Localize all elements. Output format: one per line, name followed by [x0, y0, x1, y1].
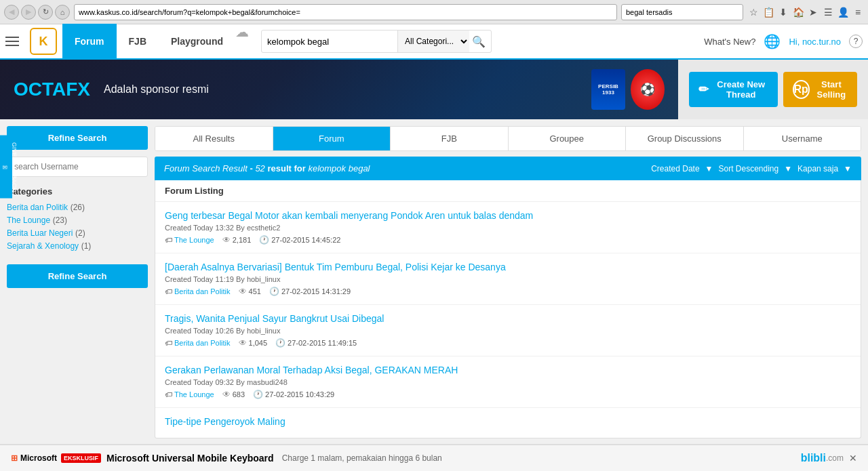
- browser-search-input[interactable]: [621, 4, 743, 20]
- tag-icon-4: 🏷 The Lounge: [165, 390, 214, 398]
- user-greeting: Hi, noc.tur.no: [789, 37, 841, 47]
- refine-search-bottom-button[interactable]: Refine Search: [7, 264, 148, 288]
- forum-listing-area: Forum Listing Geng terbesar Begal Motor …: [155, 180, 861, 438]
- banner-area: OCTAFX Adalah sponsor resmi PERSIB1933 ⚽…: [0, 60, 868, 119]
- list-item: Sejarah & Xenology (1): [7, 241, 148, 251]
- thread-meta-4: Created Today 09:32 By masbudi248: [165, 378, 851, 386]
- table-row: [Daerah Asalnya Bervariasi] Bentuk Tim P…: [155, 253, 861, 305]
- refine-search-top-button[interactable]: Refine Search: [7, 126, 148, 150]
- persib-area: PERSIB1933 ⚽: [591, 69, 665, 110]
- thread-tags-2: 🏷 Berita dan Politik 👁 451 🕐 27-02-2015 …: [165, 287, 851, 296]
- thread-tags-4: 🏷 The Lounge 👁 683 🕐 27-02-2015 10:43:29: [165, 390, 851, 399]
- count-lounge: (23): [53, 216, 67, 225]
- tag-category-4[interactable]: The Lounge: [174, 390, 214, 398]
- category-berita-politik[interactable]: Berita dan Politik: [7, 203, 68, 212]
- tab-groupee[interactable]: Groupee: [509, 127, 627, 150]
- rp-icon: Rp: [793, 80, 810, 99]
- table-row: Geng terbesar Begal Motor akan kembali m…: [155, 202, 861, 253]
- blibli-suffix: .com: [826, 453, 844, 458]
- octafx-banner[interactable]: OCTAFX Adalah sponsor resmi PERSIB1933 ⚽: [0, 60, 678, 119]
- home-button[interactable]: ⌂: [55, 5, 70, 20]
- menu-icon[interactable]: ≡: [852, 6, 864, 18]
- clock-icon: 🕐: [275, 338, 285, 348]
- tag-icon-3: 🏷 Berita dan Politik: [165, 339, 231, 347]
- address-bar[interactable]: [74, 4, 617, 20]
- kaskus-logo[interactable]: K: [30, 28, 57, 55]
- bottom-banner: ⊞ Microsoft EKSKLUSIF Microsoft Universa…: [0, 444, 868, 458]
- thread-title-5[interactable]: Tipe-tipe Pengeroyok Maling: [165, 416, 851, 427]
- bookmark-icon[interactable]: ☆: [747, 6, 760, 18]
- thread-title-2[interactable]: [Daerah Asalnya Bervariasi] Bentuk Tim P…: [165, 262, 851, 272]
- ms-windows-icon: ⊞: [11, 453, 18, 458]
- thread-meta-3: Created Today 10:26 By hobi_linux: [165, 327, 851, 335]
- thread-meta-1: Created Today 13:32 By ecsthetic2: [165, 224, 851, 232]
- nav-forum[interactable]: Forum: [62, 24, 117, 59]
- sidebar-username-search[interactable]: [7, 157, 148, 177]
- eye-icon: 👁: [222, 390, 231, 399]
- create-thread-button[interactable]: ✏ Create New Thread: [689, 72, 778, 107]
- settings-icon[interactable]: ☰: [822, 6, 834, 18]
- list-item: The Lounge (23): [7, 215, 148, 225]
- date-1: 🕐 27-02-2015 14:45:22: [259, 235, 340, 245]
- table-row: Gerakan Perlawanan Moral Terhadap Aksi B…: [155, 356, 861, 408]
- thread-title-3[interactable]: Tragis, Wanita Penjual Sayur Bangkrut Us…: [165, 313, 851, 324]
- category-sejarah[interactable]: Sejarah & Xenology: [7, 241, 79, 251]
- tab-username[interactable]: Username: [744, 127, 861, 150]
- category-lounge[interactable]: The Lounge: [7, 216, 50, 225]
- octafx-logo: OCTAFX: [14, 79, 90, 100]
- views-1: 👁 2,181: [222, 235, 252, 245]
- thread-tags-3: 🏷 Berita dan Politik 👁 1,045 🕐 27-02-201…: [165, 338, 851, 348]
- count-sejarah: (1): [81, 241, 92, 251]
- thread-tags-1: 🏷 The Lounge 👁 2,181 🕐 27-02-2015 14:45:…: [165, 235, 851, 245]
- top-nav: K Forum FJB Playground ☁ All Categori...…: [0, 24, 868, 60]
- tag-category-2[interactable]: Berita dan Politik: [174, 287, 231, 295]
- content-area: All Results Forum FJB Groupee Group Disc…: [155, 119, 868, 458]
- house-icon[interactable]: 🏠: [792, 6, 804, 18]
- left-sidebar: Refine Search Categories Berita dan Poli…: [0, 119, 155, 458]
- clock-icon: 🕐: [269, 287, 279, 296]
- start-selling-button[interactable]: Rp Start Selling: [783, 72, 857, 107]
- category-berita-luar[interactable]: Berita Luar Negeri: [7, 228, 73, 238]
- main-search-input[interactable]: [267, 37, 397, 47]
- sort-direction[interactable]: Sort Descending: [718, 164, 778, 173]
- microsoft-label: Microsoft: [20, 453, 57, 458]
- category-list: Berita dan Politik (26) The Lounge (23) …: [7, 202, 148, 251]
- sort-created-date[interactable]: Created Date: [651, 164, 699, 173]
- clipboard-icon[interactable]: 📋: [762, 6, 774, 18]
- tab-fjb[interactable]: FJB: [391, 127, 509, 150]
- hamburger-menu[interactable]: [5, 32, 24, 51]
- search-button[interactable]: 🔍: [472, 35, 486, 48]
- username-link[interactable]: noc.tur.no: [802, 37, 841, 47]
- time-filter[interactable]: Kapan saja: [797, 164, 838, 173]
- category-select[interactable]: All Categori...: [397, 30, 469, 52]
- thread-title-4[interactable]: Gerakan Perlawanan Moral Terhadap Aksi B…: [165, 365, 851, 375]
- tag-marker-icon: 🏷: [165, 390, 172, 398]
- person-icon[interactable]: 👤: [837, 6, 849, 18]
- views-2: 👁 451: [239, 287, 261, 296]
- results-controls: Created Date ▼ Sort Descending ▼ Kapan s…: [651, 164, 852, 173]
- nav-fjb[interactable]: FJB: [117, 24, 159, 59]
- help-icon[interactable]: ?: [849, 35, 863, 48]
- search-wrapper: All Categori... 🔍: [261, 30, 492, 53]
- tag-marker-icon: 🏷: [165, 236, 172, 244]
- browser-nav-buttons: ◀ ▶ ↻ ⌂: [4, 5, 70, 20]
- tag-category-1[interactable]: The Lounge: [174, 236, 214, 244]
- browser-icons: ☆ 📋 ⬇ 🏠 ➤ ☰ 👤 ≡: [747, 6, 864, 18]
- banner-close-button[interactable]: ✕: [849, 453, 857, 458]
- arrow-icon[interactable]: ➤: [807, 6, 819, 18]
- tab-forum[interactable]: Forum: [273, 127, 391, 150]
- tag-category-3[interactable]: Berita dan Politik: [174, 339, 231, 347]
- whats-new-link[interactable]: What's New?: [704, 37, 755, 47]
- download-icon[interactable]: ⬇: [777, 6, 789, 18]
- forward-button[interactable]: ▶: [21, 5, 36, 20]
- sort-direction-arrow-icon: ▼: [784, 164, 792, 173]
- tag-marker-icon: 🏷: [165, 339, 172, 347]
- tab-group-discussions[interactable]: Group Discussions: [626, 127, 744, 150]
- tab-all-results[interactable]: All Results: [155, 127, 273, 150]
- thread-title-1[interactable]: Geng terbesar Begal Motor akan kembali m…: [165, 210, 851, 221]
- feedback-strip[interactable]: ✉ GIVE FEEDBACK: [0, 136, 12, 199]
- banner-text: Microsoft Universal Mobile Keyboard: [106, 453, 274, 458]
- back-button[interactable]: ◀: [4, 5, 19, 20]
- nav-playground[interactable]: Playground: [159, 24, 235, 59]
- refresh-button[interactable]: ↻: [38, 5, 53, 20]
